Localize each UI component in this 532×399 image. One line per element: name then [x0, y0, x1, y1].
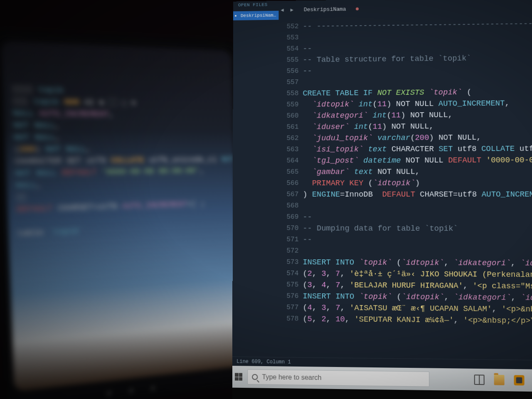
code-line[interactable]: (5, 2, 10, 'SEPUTAR KANJI æ¼¢å­—', '<p>&…	[278, 313, 532, 327]
sublime-text-icon[interactable]	[514, 375, 524, 385]
smartphone-device: ░░░░ topik░░░ topik HDR AI ⚙ ⛶ ⬚ ≡NULL A…	[0, 30, 251, 399]
open-files-label: OPEN FILES	[238, 2, 268, 7]
cursor-position: Line 609, Column 1	[236, 359, 291, 365]
file-explorer-icon[interactable]	[494, 375, 505, 385]
code-line[interactable]: CREATE TABLE IF NOT EXISTS `topik` (	[278, 86, 532, 99]
search-icon	[252, 374, 258, 380]
code-line[interactable]: `idtopik` int(11) NOT NULL AUTO_INCREMEN…	[278, 98, 532, 111]
code-line[interactable]: `iduser` int(11) NOT NULL,	[278, 120, 532, 133]
file-tab[interactable]: DeskripsiNama	[299, 4, 363, 15]
code-line[interactable]	[278, 200, 532, 212]
code-line[interactable]: --	[278, 234, 532, 246]
code-line[interactable]: --	[278, 212, 532, 223]
tab-bar: ◀ ▶ DeskripsiNama	[279, 2, 363, 16]
code-editor[interactable]: -- -------------------------------------…	[278, 18, 532, 351]
task-view-icon[interactable]	[474, 374, 485, 385]
code-line[interactable]: PRIMARY KEY (`idtopik`)	[278, 177, 532, 189]
taskbar-search-input[interactable]: Type here to search	[247, 369, 429, 387]
code-line[interactable]	[278, 245, 532, 258]
code-line[interactable]: (2, 3, 7, 'è‡ªå·± ç´¹ä»‹ JIKO SHOUKAI (P…	[278, 268, 532, 281]
smartphone-code-preview: ░░░░ topik░░░ topik HDR AI ⚙ ⛶ ⬚ ≡NULL A…	[12, 83, 230, 239]
sidebar-file-name: DeskripsiNam…	[241, 13, 276, 18]
tab-prev-icon[interactable]: ◀	[279, 7, 285, 13]
file-tab-label: DeskripsiNama	[304, 6, 346, 12]
code-line[interactable]: INSERT INTO `topik` (`idtopik`, `idkateg…	[278, 257, 532, 269]
code-line[interactable]: -- Dumping data for table `topik`	[278, 223, 532, 235]
sidebar-open-file[interactable]: DeskripsiNam…	[233, 11, 278, 20]
smartphone-screen: ░░░░ topik░░░ topik HDR AI ⚙ ⛶ ⬚ ≡NULL A…	[1, 41, 241, 392]
tab-next-icon[interactable]: ▶	[289, 7, 295, 13]
start-menu-icon[interactable]	[235, 373, 242, 380]
code-line[interactable]: (3, 4, 7, 'BELAJAR HURUF HIRAGANA', '<p …	[278, 279, 532, 292]
unsaved-dot-icon	[235, 15, 236, 17]
search-placeholder: Type here to search	[262, 373, 321, 382]
phone-nav-dots: ● ● ●	[106, 383, 161, 398]
code-line[interactable]: `idkategori` int(11) NOT NULL,	[278, 109, 532, 122]
code-line[interactable]: ) ENGINE=InnoDB DEFAULT CHARSET=utf8 AUT…	[278, 189, 532, 200]
code-line[interactable]: `isi_topik` text CHARACTER SET utf8 COLL…	[278, 143, 532, 155]
code-line[interactable]: `tgl_post` datetime NOT NULL DEFAULT '00…	[278, 155, 532, 167]
taskbar-tray	[474, 369, 532, 392]
unsaved-indicator-icon	[356, 7, 359, 10]
code-line[interactable]: `judul_topik` varchar(200) NOT NULL,	[278, 132, 532, 144]
laptop-screen: OPEN FILES DeskripsiNam… ◀ ▶ DeskripsiNa…	[232, 0, 532, 399]
code-line[interactable]: `gambar` text NOT NULL,	[278, 166, 532, 178]
